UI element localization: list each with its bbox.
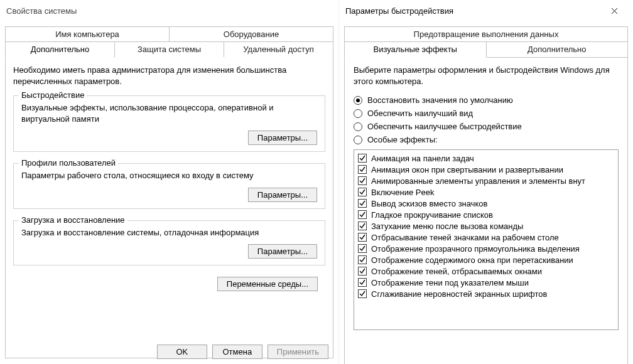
window-title: Свойства системы bbox=[6, 6, 77, 16]
radio-label: Обеспечить наилучшее быстродействие bbox=[367, 122, 522, 131]
tab-advanced[interactable]: Дополнительно bbox=[5, 41, 115, 58]
checkbox-icon bbox=[358, 289, 367, 298]
check-label: Гладкое прокручивание списков bbox=[371, 210, 493, 220]
checkbox-icon bbox=[358, 222, 367, 230]
system-properties-dialog: Свойства системы Имя компьютера Оборудов… bbox=[0, 0, 339, 364]
advanced-panel: Необходимо иметь права администратора дл… bbox=[5, 57, 333, 358]
group-legend: Загрузка и восстановление bbox=[19, 215, 127, 225]
group-legend: Быстродействие bbox=[19, 90, 87, 100]
radio-option-2[interactable]: Обеспечить наилучшее быстродействие bbox=[354, 122, 619, 131]
check-label: Анимация окон при свертывании и разверты… bbox=[371, 165, 563, 174]
close-icon bbox=[611, 8, 618, 14]
check-label: Отображение теней, отбрасываемых окнами bbox=[371, 267, 542, 276]
radio-option-1[interactable]: Обеспечить наилучший вид bbox=[354, 109, 619, 118]
apply-button[interactable]: Применить bbox=[268, 345, 328, 359]
checkbox-icon bbox=[358, 255, 367, 264]
group-user-profiles: Профили пользователей Параметры рабочего… bbox=[13, 163, 325, 209]
checkbox-icon bbox=[358, 210, 367, 219]
radio-icon bbox=[354, 122, 362, 131]
close-button[interactable] bbox=[602, 2, 627, 19]
check-label: Отображение содержимого окна при перетас… bbox=[371, 255, 573, 265]
tabs-row-upper: Предотвращение выполнения данных bbox=[344, 26, 628, 42]
check-option-5[interactable]: Гладкое прокручивание списков bbox=[358, 209, 614, 220]
group-desc: Загрузка и восстановление системы, отлад… bbox=[21, 227, 317, 238]
tabs-row-lower: Дополнительно Защита системы Удаленный д… bbox=[5, 42, 333, 58]
checkbox-icon bbox=[358, 267, 367, 276]
checkbox-icon bbox=[358, 154, 367, 163]
checkbox-icon bbox=[358, 165, 367, 174]
group-legend: Профили пользователей bbox=[19, 158, 118, 168]
tab-visual-effects[interactable]: Визуальные эффекты bbox=[344, 41, 487, 58]
cancel-button[interactable]: Отмена bbox=[212, 345, 262, 359]
tab-computer-name[interactable]: Имя компьютера bbox=[5, 26, 170, 42]
check-label: Отображение прозрачного прямоугольника в… bbox=[371, 244, 580, 254]
check-label: Анимированные элементы управления и элем… bbox=[371, 176, 585, 186]
check-option-12[interactable]: Сглаживание неровностей экранных шрифтов bbox=[358, 288, 614, 299]
tab-system-protection[interactable]: Защита системы bbox=[115, 41, 224, 58]
check-option-9[interactable]: Отображение содержимого окна при перетас… bbox=[358, 254, 614, 265]
tab-remote[interactable]: Удаленный доступ bbox=[224, 41, 333, 58]
checkbox-icon bbox=[358, 188, 367, 196]
check-label: Затухание меню после вызова команды bbox=[371, 222, 523, 231]
check-option-7[interactable]: Отбрасывание теней значками на рабочем с… bbox=[358, 232, 614, 243]
radio-option-0[interactable]: Восстановить значения по умолчанию bbox=[354, 95, 619, 105]
check-label: Анимация на панели задач bbox=[371, 154, 474, 163]
group-desc: Параметры рабочего стола, относящиеся ко… bbox=[21, 170, 317, 181]
admin-note: Необходимо иметь права администратора дл… bbox=[13, 65, 325, 87]
radio-label: Особые эффекты: bbox=[367, 135, 438, 144]
check-label: Сглаживание неровностей экранных шрифтов bbox=[371, 289, 547, 299]
check-option-1[interactable]: Анимация окон при свертывании и разверты… bbox=[358, 164, 614, 175]
check-option-3[interactable]: Включение Peek bbox=[358, 186, 614, 198]
tab-dep[interactable]: Предотвращение выполнения данных bbox=[344, 26, 628, 42]
checkbox-icon bbox=[358, 278, 367, 287]
visual-effects-panel: Выберите параметры оформления и быстроде… bbox=[344, 57, 628, 364]
visual-intro: Выберите параметры оформления и быстроде… bbox=[354, 65, 619, 87]
performance-settings-button[interactable]: Параметры... bbox=[248, 131, 317, 145]
performance-options-dialog: Параметры быстродействия Предотвращение … bbox=[339, 0, 633, 364]
radio-option-3[interactable]: Особые эффекты: bbox=[354, 135, 619, 144]
group-desc: Визуальные эффекты, использование процес… bbox=[21, 102, 317, 124]
checkbox-icon bbox=[358, 244, 367, 253]
tabs-row-lower: Визуальные эффекты Дополнительно bbox=[344, 42, 628, 58]
check-option-11[interactable]: Отображение тени под указателем мыши bbox=[358, 277, 614, 288]
radio-label: Обеспечить наилучший вид bbox=[367, 109, 473, 118]
radio-icon bbox=[354, 136, 362, 144]
check-option-10[interactable]: Отображение теней, отбрасываемых окнами bbox=[358, 265, 614, 277]
window-title: Параметры быстродействия bbox=[345, 6, 453, 16]
titlebar-left: Свойства системы bbox=[0, 0, 338, 21]
check-label: Отображение тени под указателем мыши bbox=[371, 278, 529, 287]
checkbox-icon bbox=[358, 176, 367, 185]
check-label: Вывод эскизов вместо значков bbox=[371, 199, 487, 208]
check-option-0[interactable]: Анимация на панели задач bbox=[358, 153, 614, 164]
check-label: Включение Peek bbox=[371, 188, 434, 197]
check-option-8[interactable]: Отображение прозрачного прямоугольника в… bbox=[358, 243, 614, 254]
radio-label: Восстановить значения по умолчанию bbox=[367, 95, 513, 105]
dialog-buttons-left: OK Отмена Применить bbox=[157, 345, 328, 359]
titlebar-right: Параметры быстродействия bbox=[339, 0, 633, 21]
check-label: Отбрасывание теней значками на рабочем с… bbox=[371, 233, 559, 242]
check-option-6[interactable]: Затухание меню после вызова команды bbox=[358, 220, 614, 232]
user-profiles-settings-button[interactable]: Параметры... bbox=[248, 188, 317, 202]
radio-icon bbox=[354, 96, 362, 105]
tab-advanced-perf[interactable]: Дополнительно bbox=[487, 41, 629, 58]
radio-icon bbox=[354, 109, 362, 118]
checkbox-icon bbox=[358, 199, 367, 208]
tab-hardware[interactable]: Оборудование bbox=[170, 26, 333, 42]
group-startup-recovery: Загрузка и восстановление Загрузка и вос… bbox=[13, 220, 325, 266]
startup-recovery-settings-button[interactable]: Параметры... bbox=[248, 244, 317, 259]
group-performance: Быстродействие Визуальные эффекты, испол… bbox=[13, 95, 325, 152]
environment-variables-button[interactable]: Переменные среды... bbox=[217, 277, 318, 291]
ok-button[interactable]: OK bbox=[157, 345, 207, 359]
check-option-4[interactable]: Вывод эскизов вместо значков bbox=[358, 198, 614, 209]
checkbox-icon bbox=[358, 233, 367, 242]
effects-checklist[interactable]: Анимация на панели задачАнимация окон пр… bbox=[354, 149, 619, 330]
tabs-row-upper: Имя компьютера Оборудование bbox=[5, 26, 333, 42]
check-option-2[interactable]: Анимированные элементы управления и элем… bbox=[358, 175, 614, 186]
